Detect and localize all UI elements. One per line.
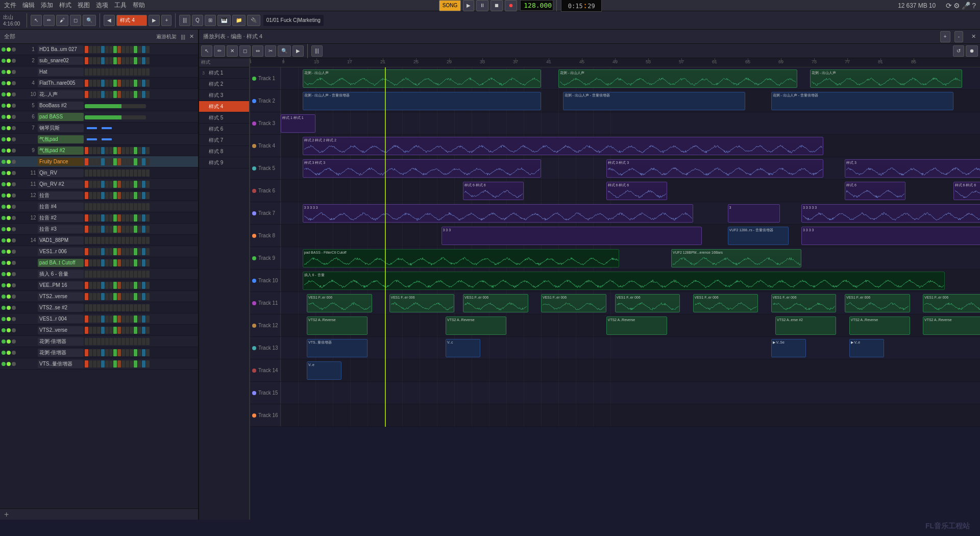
clip[interactable]: VES1 F..er 006	[389, 294, 455, 312]
beat-pad[interactable]	[105, 282, 109, 289]
beat-pad[interactable]	[89, 57, 92, 64]
channel-dot[interactable]	[7, 171, 11, 175]
channel-dot[interactable]	[2, 295, 6, 299]
channel-name[interactable]: VES1..r 006	[38, 248, 84, 256]
beat-pad[interactable]	[117, 158, 121, 165]
beat-pad[interactable]	[105, 349, 109, 356]
clip[interactable]: VUF2 1288..rs - 音量倍增器	[728, 227, 789, 245]
channel-name[interactable]: BooBass #2	[38, 102, 84, 110]
add-channel-button[interactable]: +	[4, 510, 9, 519]
track-content[interactable]: VES1 F..er 006VES1 F..er 006VES1 F..er 0…	[281, 292, 980, 314]
beat-pad[interactable]	[134, 360, 137, 368]
clip[interactable]: 3 3 3 3	[801, 227, 980, 245]
beat-pad[interactable]	[89, 80, 92, 87]
volume-bar[interactable]	[85, 104, 146, 108]
beat-pad[interactable]	[130, 147, 133, 154]
beat-pad[interactable]	[113, 91, 117, 98]
pl-tool-pencil[interactable]: ✏	[214, 45, 225, 57]
beat-pad[interactable]	[130, 259, 133, 266]
quantize[interactable]: Q	[192, 15, 203, 26]
beat-pad[interactable]	[105, 327, 109, 334]
beat-pad[interactable]	[138, 271, 141, 278]
channel-row[interactable]: 1HD1 Ba..um 027	[0, 44, 198, 55]
beat-pad[interactable]	[85, 282, 88, 289]
channel-dot[interactable]	[7, 126, 11, 130]
beat-pad[interactable]	[142, 237, 145, 244]
beat-pad[interactable]	[93, 271, 96, 278]
mixer-btn[interactable]: ⊞	[205, 15, 216, 26]
rack-all-label[interactable]: 全部	[4, 33, 15, 40]
channel-dot[interactable]	[12, 250, 16, 254]
beat-pad[interactable]	[109, 349, 113, 356]
beat-pad[interactable]	[109, 181, 113, 188]
beat-pad[interactable]	[113, 248, 117, 255]
beat-pad[interactable]	[85, 169, 88, 177]
channel-row[interactable]: 6pad BASS	[0, 111, 198, 123]
beat-pad[interactable]	[105, 248, 109, 255]
channel-name[interactable]: VTS2..se #2	[38, 304, 84, 312]
channel-name[interactable]: Fruity Dance	[38, 158, 84, 166]
channel-name[interactable]: VTS2..verse	[38, 293, 84, 301]
beat-pad[interactable]	[101, 304, 105, 311]
beat-pad[interactable]	[109, 293, 113, 300]
beat-pad[interactable]	[126, 338, 129, 345]
beat-pad[interactable]	[117, 293, 121, 300]
beat-pad[interactable]	[121, 226, 125, 233]
channel-pads[interactable]	[84, 138, 198, 141]
beat-pad[interactable]	[89, 282, 92, 289]
beat-pad[interactable]	[101, 338, 105, 345]
beat-pad[interactable]	[113, 57, 117, 64]
clip[interactable]: VES1 F..er 006	[693, 294, 758, 312]
beat-pad[interactable]	[101, 46, 105, 53]
track-content[interactable]: 样式 6 样式 6样式 6 样式 6样式 6样式 6 样式 6	[281, 180, 980, 202]
channel-name[interactable]: HD1 Ba..um 027	[38, 45, 84, 54]
beat-pad[interactable]	[126, 282, 129, 289]
clip[interactable]: 3 3 3 3 3	[801, 204, 980, 223]
beat-pad[interactable]	[117, 214, 121, 222]
channel-dot[interactable]	[12, 149, 16, 153]
beat-pad[interactable]	[105, 226, 109, 233]
beat-pad[interactable]	[89, 192, 92, 199]
beat-pad[interactable]	[109, 80, 113, 87]
beat-pad[interactable]	[97, 304, 101, 311]
beat-pad[interactable]	[85, 259, 88, 266]
stop-button[interactable]: ⏹	[491, 0, 503, 11]
beat-pad[interactable]	[134, 91, 137, 98]
beat-pad[interactable]	[146, 338, 150, 345]
pl-tool-zoom[interactable]: 🔍	[278, 45, 291, 57]
track-content[interactable]: 插入 6 - 音量	[281, 270, 980, 292]
beat-pad[interactable]	[142, 327, 145, 334]
beat-pad[interactable]	[142, 226, 145, 233]
rack-close[interactable]: ✕	[189, 33, 194, 40]
beat-pad[interactable]	[101, 248, 105, 255]
beat-pad[interactable]	[138, 293, 141, 300]
beat-pad[interactable]	[117, 203, 121, 210]
channel-dot[interactable]	[12, 47, 16, 52]
beat-pad[interactable]	[93, 248, 96, 255]
beat-pad[interactable]	[85, 203, 88, 210]
track-content[interactable]: VTS..量倍增器V..c▶ V..Se▶ V..e▶ V..Se	[281, 337, 980, 359]
beat-pad[interactable]	[97, 248, 101, 255]
beat-pad[interactable]	[121, 327, 125, 334]
beat-pad[interactable]	[89, 46, 92, 53]
browser-btn[interactable]: 📁	[232, 15, 246, 26]
beat-pad[interactable]	[93, 192, 96, 199]
beat-pad[interactable]	[105, 203, 109, 210]
piano-roll-btn[interactable]: 🎹	[217, 15, 231, 26]
beat-pad[interactable]	[142, 169, 145, 177]
tool-eraser[interactable]: ◻	[70, 15, 81, 26]
beat-pad[interactable]	[117, 68, 121, 76]
beat-pad[interactable]	[138, 226, 141, 233]
pl-tool-play[interactable]: ▶	[292, 45, 304, 57]
clip[interactable]: 样式 2 样式 2 样式 2	[303, 137, 823, 155]
clip[interactable]: 3 3 3	[442, 227, 702, 245]
channel-dot[interactable]	[12, 81, 16, 85]
beat-pad[interactable]	[109, 259, 113, 266]
channel-pads[interactable]	[84, 127, 198, 130]
beat-pad[interactable]	[146, 192, 150, 199]
channel-pads[interactable]	[84, 282, 198, 289]
pause-button[interactable]: ⏸	[476, 0, 488, 11]
channel-dot[interactable]	[12, 171, 16, 175]
beat-pad[interactable]	[142, 259, 145, 266]
menu-add[interactable]: 添加	[41, 1, 53, 10]
